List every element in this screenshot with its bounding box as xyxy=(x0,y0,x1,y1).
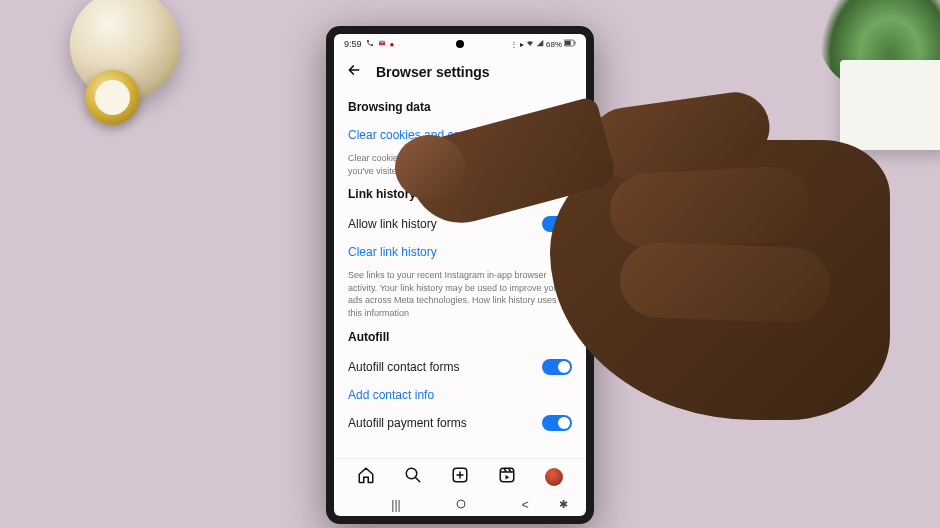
section-link-history: Link history xyxy=(348,187,572,201)
allow-link-history-row[interactable]: Allow link history xyxy=(348,209,572,239)
sys-home-icon[interactable] xyxy=(455,498,467,513)
section-autofill: Autofill xyxy=(348,330,572,344)
svg-rect-1 xyxy=(565,41,571,46)
autofill-contact-label: Autofill contact forms xyxy=(348,360,459,374)
desk-decoration-left xyxy=(60,0,190,130)
vibrate-icon: ▸ xyxy=(520,40,524,49)
nav-home-icon[interactable] xyxy=(357,466,375,488)
svg-point-6 xyxy=(457,500,465,508)
autofill-contact-row[interactable]: Autofill contact forms xyxy=(348,352,572,382)
autofill-payment-toggle[interactable] xyxy=(542,415,572,431)
allow-link-history-toggle[interactable] xyxy=(542,216,572,232)
front-camera xyxy=(456,40,464,48)
desk-decoration-right xyxy=(800,0,940,170)
nav-create-icon[interactable] xyxy=(451,466,469,488)
link-history-description: See links to your recent Instagram in-ap… xyxy=(348,269,572,319)
wifi-icon xyxy=(526,39,534,49)
signal-icon xyxy=(536,39,544,49)
bottom-nav xyxy=(334,458,586,494)
autofill-contact-toggle[interactable] xyxy=(542,359,572,375)
settings-content: Browsing data Clear cookies and cache Cl… xyxy=(334,90,586,458)
add-contact-info-link[interactable]: Add contact info xyxy=(348,382,572,408)
phone-screen: 9:59 ● ⋮ ▸ 68% xyxy=(334,34,586,516)
white-planter xyxy=(840,60,940,150)
sys-recents-icon[interactable]: ||| xyxy=(391,498,400,512)
clear-cookies-link[interactable]: Clear cookies and cache xyxy=(348,122,572,148)
back-arrow-icon[interactable] xyxy=(346,62,362,82)
clear-link-history-link[interactable]: Clear link history xyxy=(348,239,572,265)
system-nav-bar: ||| < ✱ xyxy=(334,494,586,516)
bluetooth-icon: ⋮ xyxy=(510,40,518,49)
allow-link-history-label: Allow link history xyxy=(348,217,437,231)
record-icon: ● xyxy=(390,40,395,49)
page-title: Browser settings xyxy=(376,64,490,80)
sys-back-icon[interactable]: < xyxy=(522,498,529,512)
status-time: 9:59 xyxy=(344,39,362,49)
svg-rect-2 xyxy=(575,42,576,45)
autofill-payment-row[interactable]: Autofill payment forms xyxy=(348,408,572,438)
smartphone-frame: 9:59 ● ⋮ ▸ 68% xyxy=(326,26,594,524)
page-header: Browser settings xyxy=(334,54,586,90)
autofill-payment-label: Autofill payment forms xyxy=(348,416,467,430)
battery-icon xyxy=(564,39,576,49)
phone-icon xyxy=(366,39,374,49)
svg-rect-5 xyxy=(500,468,514,482)
nav-profile-avatar[interactable] xyxy=(545,468,563,486)
nav-reels-icon[interactable] xyxy=(498,466,516,488)
gold-clock xyxy=(85,70,140,125)
nav-search-icon[interactable] xyxy=(404,466,422,488)
browsing-data-description: Clear cookies, cache and storage data fr… xyxy=(348,152,572,177)
battery-percent: 68% xyxy=(546,40,562,49)
gmail-icon xyxy=(378,39,386,49)
sys-accessibility-icon[interactable]: ✱ xyxy=(559,498,568,511)
section-browsing-data: Browsing data xyxy=(348,100,572,114)
